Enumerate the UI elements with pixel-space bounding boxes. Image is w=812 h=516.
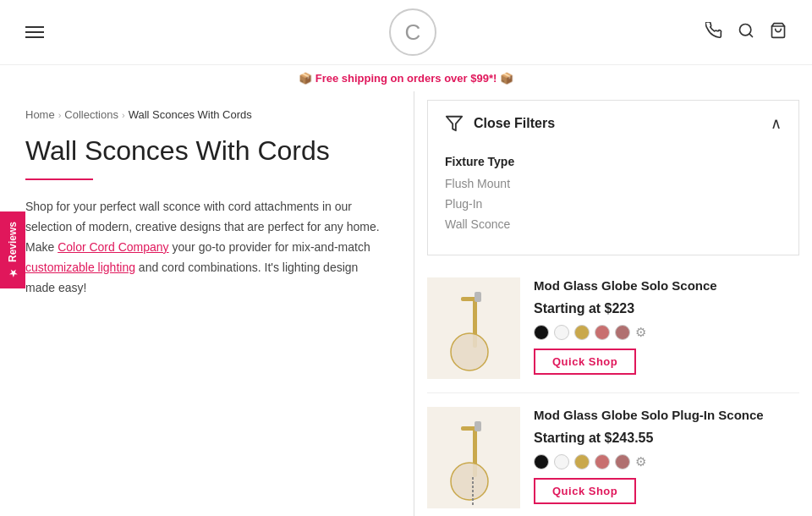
product-thumb-2	[427, 407, 520, 508]
header-left	[25, 26, 44, 38]
swatch-rose-2[interactable]	[615, 454, 630, 469]
shipping-banner: 📦 Free shipping on orders over $99*! 📦	[0, 65, 812, 91]
breadcrumb-home[interactable]: Home	[25, 108, 55, 121]
swatch-pink-1[interactable]	[595, 325, 610, 340]
product-item-2: Mod Glass Globe Solo Plug-In Sconce Star…	[427, 393, 799, 516]
filter-chevron-icon[interactable]: ∧	[771, 114, 782, 133]
title-divider	[25, 178, 93, 180]
svg-rect-14	[475, 421, 481, 431]
desc-text-2: your go-to provider for mix-and-match	[169, 240, 370, 254]
logo[interactable]: C	[389, 8, 436, 56]
swatch-rose-1[interactable]	[615, 325, 630, 340]
product-list: Mod Glass Globe Solo Sconce Starting at …	[414, 264, 812, 516]
filter-icon	[445, 114, 464, 133]
swatch-pink-2[interactable]	[595, 454, 610, 469]
menu-button[interactable]	[25, 26, 44, 38]
page-description: Shop for your perfect wall sconce with c…	[25, 197, 388, 298]
breadcrumb-sep-1: ›	[58, 110, 62, 120]
breadcrumb-current: Wall Sconces With Cords	[129, 108, 252, 121]
header: C	[0, 0, 812, 65]
reviews-label-left: Reviews	[7, 222, 19, 262]
filter-option-wall[interactable]: Wall Sconce	[445, 217, 782, 231]
filter-section: Fixture Type Flush Mount Plug-In Wall Sc…	[428, 146, 798, 255]
right-panel: ★ Reviews Close Filters ∧ Fixture Type F…	[414, 91, 812, 516]
customizable-link[interactable]: customizable lighting	[25, 261, 135, 274]
product-thumb-1	[427, 277, 520, 379]
reviews-star-left: ★	[8, 267, 19, 278]
product-price-1: Starting at $223	[534, 301, 799, 316]
filter-header[interactable]: Close Filters ∧	[428, 101, 798, 146]
breadcrumb: Home › Collections › Wall Sconces With C…	[25, 108, 388, 121]
swatch-white-1[interactable]	[554, 325, 569, 340]
filter-option-plugin[interactable]: Plug-In	[445, 197, 782, 211]
swatch-black-1[interactable]	[534, 325, 549, 340]
quick-shop-button-2[interactable]: Quick Shop	[534, 478, 636, 504]
swatch-gold-2[interactable]	[574, 454, 590, 469]
phone-icon[interactable]	[705, 22, 722, 43]
filter-option-flush[interactable]: Flush Mount	[445, 177, 782, 190]
product-name-2: Mod Glass Globe Solo Plug-In Sconce	[534, 407, 799, 424]
main-layout: ★ Reviews Home › Collections › Wall Scon…	[0, 91, 812, 516]
search-icon[interactable]	[738, 22, 754, 43]
product-item: Mod Glass Globe Solo Sconce Starting at …	[427, 264, 799, 393]
color-cord-link[interactable]: Color Cord Company	[58, 240, 169, 254]
swatch-white-2[interactable]	[554, 454, 569, 469]
product-name-1: Mod Glass Globe Solo Sconce	[534, 277, 799, 294]
product-image-1	[436, 280, 512, 377]
quick-shop-button-1[interactable]: Quick Shop	[534, 349, 636, 375]
product-info-1: Mod Glass Globe Solo Sconce Starting at …	[534, 277, 799, 375]
filter-bar: Close Filters ∧ Fixture Type Flush Mount…	[427, 100, 799, 255]
gear-icon-1[interactable]: ⚙	[635, 325, 646, 340]
gear-icon-2[interactable]: ⚙	[635, 454, 646, 469]
color-swatches-2: ⚙	[534, 454, 799, 469]
product-info-2: Mod Glass Globe Solo Plug-In Sconce Star…	[534, 407, 799, 504]
cart-icon[interactable]	[770, 22, 787, 43]
color-swatches-1: ⚙	[534, 325, 799, 340]
reviews-tab-left[interactable]: ★ Reviews	[0, 211, 25, 288]
svg-marker-3	[447, 117, 462, 131]
svg-line-1	[749, 33, 753, 36]
product-image-2	[436, 409, 512, 507]
swatch-black-2[interactable]	[534, 454, 549, 469]
page-title: Wall Sconces With Cords	[25, 134, 388, 167]
swatch-gold-1[interactable]	[574, 325, 590, 340]
logo-text: C	[405, 19, 421, 46]
fixture-type-label: Fixture Type	[445, 155, 782, 168]
left-panel: Home › Collections › Wall Sconces With C…	[0, 91, 414, 516]
breadcrumb-collections[interactable]: Collections	[64, 108, 118, 121]
breadcrumb-sep-2: ›	[122, 110, 125, 120]
svg-rect-8	[475, 292, 481, 302]
filter-header-left: Close Filters	[445, 114, 555, 133]
header-icons	[705, 22, 787, 43]
filter-title: Close Filters	[474, 116, 555, 131]
product-price-2: Starting at $243.55	[534, 431, 799, 446]
